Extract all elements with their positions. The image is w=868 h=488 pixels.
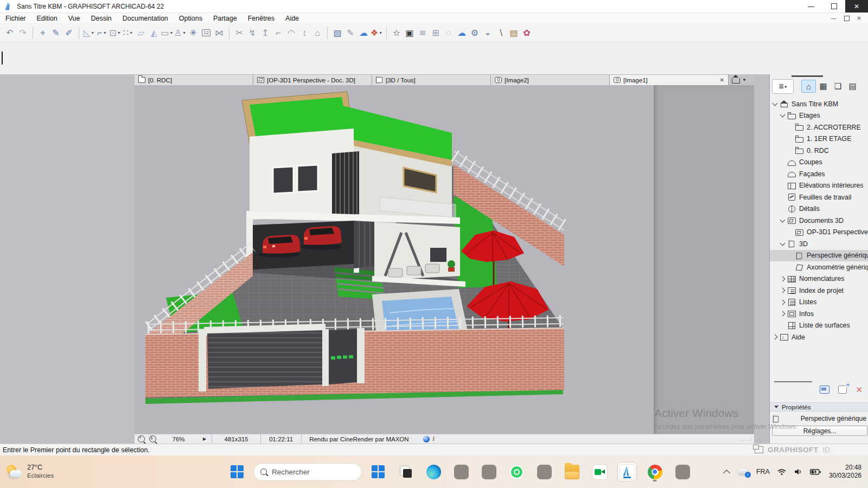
dropdown-caret-icon[interactable]: ▼ xyxy=(129,31,133,35)
zoom-in-icon[interactable]: + xyxy=(138,435,145,442)
tree-item[interactable]: OP-3D1 Perspective - Doc. 3D xyxy=(770,227,868,239)
taskbar-app-button[interactable] xyxy=(590,463,609,481)
tray-chevron-icon[interactable] xyxy=(723,470,730,477)
tree-item[interactable]: Perspective générique xyxy=(770,250,868,262)
document-tab[interactable]: [0. RDC] ✕ xyxy=(135,74,253,85)
toolbar-button[interactable]: ↶ ▼ xyxy=(3,26,16,40)
navigator-grip[interactable] xyxy=(792,75,823,77)
onedrive-icon[interactable] xyxy=(738,468,749,476)
taskbar-app-button[interactable] xyxy=(452,463,470,481)
toolbar-button[interactable]: ✳ ▼ xyxy=(187,26,200,40)
close-button[interactable]: ✕ xyxy=(845,0,868,12)
pop-up-navigator-icon[interactable] xyxy=(732,78,740,84)
menu-item[interactable]: Aide xyxy=(280,13,304,23)
tree-item[interactable]: 0. RDC xyxy=(770,145,868,157)
tree-item[interactable]: Axonométrie générique xyxy=(770,261,868,273)
menu-item[interactable]: Options xyxy=(174,13,208,23)
toolbar-button[interactable]: ☁ ▼ xyxy=(455,26,468,40)
clock[interactable]: 20:48 30/03/2026 xyxy=(829,464,861,480)
tree-chevron-icon[interactable] xyxy=(780,240,786,246)
toolbar-button[interactable]: ≋ ▼ xyxy=(416,26,429,40)
delete-icon[interactable]: ✕ xyxy=(856,386,863,394)
toolbar-button[interactable]: ▼ xyxy=(79,27,79,39)
taskbar-app-button[interactable] xyxy=(369,463,387,481)
graphisoft-id[interactable]: GRAPHISOFT ID xyxy=(755,446,868,454)
tree-chevron-icon[interactable] xyxy=(780,311,786,317)
menu-item[interactable]: Partage xyxy=(208,13,242,23)
info-icon[interactable]: i xyxy=(433,435,435,443)
zoom-level[interactable]: 76% xyxy=(159,434,197,444)
battery-icon[interactable] xyxy=(810,468,821,476)
doc-restore-button[interactable] xyxy=(844,16,850,21)
start-button[interactable] xyxy=(228,463,246,481)
toolbar-button[interactable]: ✎ ▼ xyxy=(344,26,357,40)
settings-button[interactable]: Réglages... xyxy=(772,426,867,436)
tree-item[interactable]: Aide xyxy=(770,331,868,343)
toolbar-button[interactable]: ◒ ▼ xyxy=(481,26,494,40)
toolbar-button[interactable]: ↯ ▼ xyxy=(246,26,259,40)
navigator-tab[interactable]: ❏ xyxy=(831,80,845,93)
toolbar-button[interactable]: ▣ ▼ xyxy=(403,26,416,40)
tree-chevron-icon[interactable] xyxy=(780,217,786,222)
tree-item[interactable]: Coupes xyxy=(770,157,868,169)
taskbar-app-button[interactable] xyxy=(424,463,443,481)
language-indicator[interactable]: FRA xyxy=(756,468,770,476)
dropdown-caret-icon[interactable]: ▼ xyxy=(170,31,174,35)
tree-chevron-icon[interactable] xyxy=(780,288,786,293)
toolbar-button[interactable]: ∷ ▼ xyxy=(122,26,135,40)
toolbar-button[interactable]: ❖ ▼ xyxy=(370,26,383,40)
navigator-tab[interactable]: ▤ xyxy=(845,80,860,93)
tree-item[interactable]: Listes xyxy=(770,297,868,309)
toolbar-button[interactable]: ▱ ▼ xyxy=(135,26,148,40)
taskbar-app-button[interactable] xyxy=(535,463,553,481)
toolbar-button[interactable]: ▧ ▼ xyxy=(331,26,344,40)
maximize-button[interactable] xyxy=(822,0,845,12)
menu-item[interactable]: Fichier xyxy=(0,13,31,23)
tree-item[interactable]: Documents 3D xyxy=(770,215,868,227)
tree-item[interactable]: Nomenclatures xyxy=(770,273,868,285)
document-tab[interactable]: [3D / Tous] ✕ xyxy=(372,74,491,85)
toolbar-button[interactable]: ↷ ▼ xyxy=(16,26,29,40)
taskbar-app-button[interactable] xyxy=(646,463,664,481)
tab-close-icon[interactable]: ✕ xyxy=(718,77,726,83)
viewport-resize-grip[interactable]: ... .: xyxy=(741,436,754,442)
toolbar-button[interactable]: ⊞ ▼ xyxy=(429,26,442,40)
dropdown-caret-icon[interactable]: ▼ xyxy=(91,31,94,35)
properties-header[interactable]: Propriétés xyxy=(770,402,868,412)
toolbar-button[interactable]: ⌐ ▼ xyxy=(272,26,285,40)
weather-widget[interactable]: 27°C Eclaircies xyxy=(5,464,54,480)
toolbar-button[interactable]: ⌂ ▼ xyxy=(311,26,324,40)
navigator-tab[interactable]: ⌂ xyxy=(801,80,816,93)
tree-item[interactable]: Détails xyxy=(770,203,868,215)
tree-item[interactable]: Elévations intérieures xyxy=(770,180,868,192)
project-chooser-button[interactable]: ≣ ▸ xyxy=(772,79,794,94)
taskbar-app-button[interactable] xyxy=(618,463,636,481)
toolbar-button[interactable]: ◺ ▼ xyxy=(82,26,95,40)
toolbar-button[interactable]: ⚙ ▼ xyxy=(468,26,481,40)
document-tab[interactable]: [OP-3D1 Perspective - Doc. 3D] ✕ xyxy=(253,74,372,85)
menu-item[interactable]: Fenêtres xyxy=(242,13,280,23)
toolbar-button[interactable]: ▼ xyxy=(33,27,33,39)
tree-item[interactable]: Index de projet xyxy=(770,285,868,297)
tree-item[interactable]: Infos xyxy=(770,308,868,320)
menu-item[interactable]: Vue xyxy=(63,13,86,23)
zoom-arrow-icon[interactable]: ▶ xyxy=(197,436,212,441)
taskbar-app-button[interactable] xyxy=(480,463,498,481)
document-tab[interactable]: [Image2] ✕ xyxy=(491,74,610,85)
toolbar-button[interactable]: ⌖ ▼ xyxy=(36,26,49,40)
dropdown-caret-icon[interactable]: ▼ xyxy=(182,31,186,35)
toolbar-button[interactable]: ∖ ▼ xyxy=(494,26,507,40)
toolbar-button[interactable]: ▤ ▼ xyxy=(507,26,520,40)
toolbar-button[interactable]: ✐ ▼ xyxy=(62,26,75,40)
tab-list-caret-icon[interactable]: ▼ xyxy=(742,78,746,82)
render-viewport[interactable] xyxy=(135,85,654,434)
view-settings-icon[interactable] xyxy=(820,386,829,394)
toolbar-button[interactable]: ✂ ▼ xyxy=(233,26,246,40)
tree-item[interactable]: Etages xyxy=(770,110,868,122)
toolbar-button[interactable]: ◭ ▼ xyxy=(148,26,161,40)
minimize-button[interactable]: — xyxy=(800,0,822,12)
toolbar-button[interactable]: ✎ ▼ xyxy=(49,26,62,40)
tree-item[interactable]: 2. ACCROTERRE xyxy=(770,121,868,133)
doc-minimize-button[interactable]: — xyxy=(831,15,837,21)
taskbar-app-button[interactable] xyxy=(397,463,415,481)
